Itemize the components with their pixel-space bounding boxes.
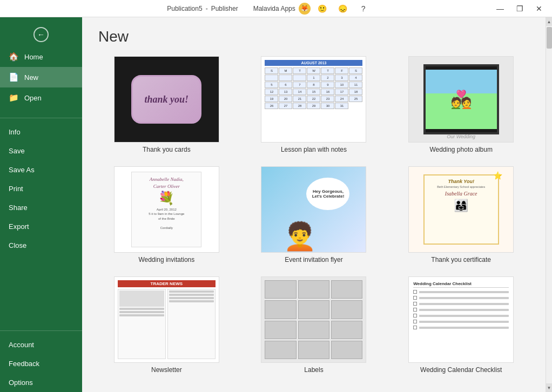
checklist-box [413,314,417,317]
lesson-cell: 7 [293,82,306,88]
template-card-wedding-invitations[interactable]: Annabelle Nadia, Carter Oliver 💐 April 2… [98,166,235,263]
label-cell [331,300,362,319]
scrollbar-up-button[interactable]: ▲ [546,17,553,26]
titlebar: Publication5 - Publisher Malavida Apps 🦊… [0,0,552,17]
close-button[interactable]: ✕ [530,0,548,17]
template-label-labels: Labels [304,366,323,374]
sidebar-item-export[interactable]: Export [0,217,82,236]
template-card-wedding-photo-album[interactable]: Our Wedding 💑 Wedding photo album [393,56,529,153]
newsletter-line [169,300,214,302]
options-label: Options [9,379,33,387]
emoji-sad-button[interactable]: 😞 [334,0,352,17]
thumb-lesson-grid: S M T W T F S 1 2 3 [265,67,362,109]
scrollbar-down-button[interactable]: ▼ [546,383,553,392]
template-thumb-wedding-checklist: Wedding Calendar Checklist [408,276,514,363]
newsletter-img [119,290,164,307]
invite-names-2: Carter Oliver [137,184,196,189]
invite-date: April 20, 20125 it to 9am in the Loungeo… [137,207,196,230]
sidebar-top: ← 🏠 Home 📄 New 📁 Open [0,17,82,113]
event-person-icon: 🧑‍🦱 [283,221,317,252]
sidebar-open-label: Open [24,94,42,102]
lesson-cell: F [335,67,348,74]
lesson-cell: 20 [279,96,292,102]
lesson-cell: S [265,67,278,74]
sidebar-item-account[interactable]: Account [0,335,82,354]
emoji-happy-button[interactable]: 🙂 [314,0,331,17]
label-cell [298,341,329,359]
template-label-lesson-plan: Lesson plan with notes [281,146,347,153]
thumb-lesson-header: AUGUST 2013 [265,60,362,66]
back-button[interactable]: ← [0,23,82,46]
sidebar-item-options[interactable]: Options [0,373,82,392]
sidebar-item-open[interactable]: 📁 Open [0,87,82,108]
template-card-labels[interactable]: Labels [246,276,382,374]
label-cell [298,280,329,299]
template-thumb-thank-you-cards: thank you! [114,56,219,143]
lesson-cell: 6 [279,82,292,88]
minimize-button[interactable]: — [492,0,509,17]
thumb-thankyou-bg: thank you! [115,57,219,142]
thumb-lesson-bg: AUGUST 2013 S M T W T F S 1 [261,57,366,142]
template-card-lesson-plan[interactable]: AUGUST 2013 S M T W T F S 1 [246,56,382,153]
lesson-cell: S [349,67,362,74]
lesson-cell: 23 [321,96,334,102]
save-label: Save [9,147,25,155]
template-card-thank-you-certificate[interactable]: Thank You! Beth Elementary School apprec… [393,166,529,263]
thumb-event-bg: Hey Gorgeous,Let's Celebrate! 🧑‍🦱 [261,167,366,252]
lesson-cell: 8 [307,82,320,88]
share-label: Share [9,204,28,212]
template-card-newsletter[interactable]: TRADER NEWS [98,276,235,374]
sidebar-item-feedback[interactable]: Feedback [0,354,82,373]
template-card-thank-you-cards[interactable]: thank you! Thank you cards [98,56,235,153]
sidebar-item-home[interactable]: 🏠 Home [0,46,82,67]
sidebar-item-close[interactable]: Close [0,236,82,255]
sidebar-item-info[interactable]: Info [0,123,82,141]
lesson-cell: 12 [265,89,278,95]
scrollbar-thumb[interactable] [547,27,552,49]
label-cell [265,300,296,319]
sidebar-item-save[interactable]: Save [0,141,82,160]
checklist-line [419,327,509,329]
sidebar-item-print[interactable]: Print [0,179,82,198]
newsletter-line [169,294,214,296]
help-button[interactable]: ? [355,0,372,17]
thumb-invite-bg: Annabelle Nadia, Carter Oliver 💐 April 2… [115,167,219,252]
thumb-cert-bg: Thank You! Beth Elementary School apprec… [409,167,513,252]
sidebar: ← 🏠 Home 📄 New 📁 Open Info Save Save As [0,17,82,392]
lesson-cell: 11 [349,82,362,88]
label-cell [265,341,296,359]
restore-button[interactable]: ❐ [511,0,528,17]
sidebar-item-new[interactable]: 📄 New [0,67,82,87]
checklist-box [413,296,417,300]
app-body: ← 🏠 Home 📄 New 📁 Open Info Save Save As [0,17,552,392]
checklist-box [413,302,417,306]
wedding-photo: 💑 [426,70,497,129]
lesson-cell: 15 [307,89,320,95]
sidebar-divider-2 [0,330,82,331]
cert-recipient-name: Isabella Grace [445,191,477,197]
thumb-wedding-bg: Our Wedding 💑 [409,57,513,142]
template-card-wedding-checklist[interactable]: Wedding Calendar Checklist [393,276,529,374]
template-label-thank-you-cards: Thank you cards [143,146,191,153]
lesson-cell: 26 [265,103,278,109]
lesson-cell: 29 [307,103,320,109]
sidebar-item-save-as[interactable]: Save As [0,160,82,179]
scrollbar[interactable]: ▲ ▼ [546,17,552,392]
cert-inner: Thank You! Beth Elementary School apprec… [423,174,499,245]
checklist-item [413,314,509,317]
label-cell [265,280,296,299]
lesson-cell: 22 [307,96,320,102]
checklist-box [413,326,417,329]
checklist-line [419,315,509,317]
newsletter-line [169,297,214,299]
lesson-cell: 17 [335,89,348,95]
lesson-cell: 13 [279,89,292,95]
export-label: Export [9,222,29,231]
lesson-cell: W [307,67,320,74]
lesson-cell: 30 [321,103,334,109]
template-card-event-invitation-flyer[interactable]: Hey Gorgeous,Let's Celebrate! 🧑‍🦱 Event … [246,166,382,263]
lesson-cell: 4 [349,75,362,81]
open-icon: 📁 [9,93,19,103]
sidebar-item-share[interactable]: Share [0,198,82,217]
cert-children-icon: 👨‍👩‍👧 [454,199,468,213]
